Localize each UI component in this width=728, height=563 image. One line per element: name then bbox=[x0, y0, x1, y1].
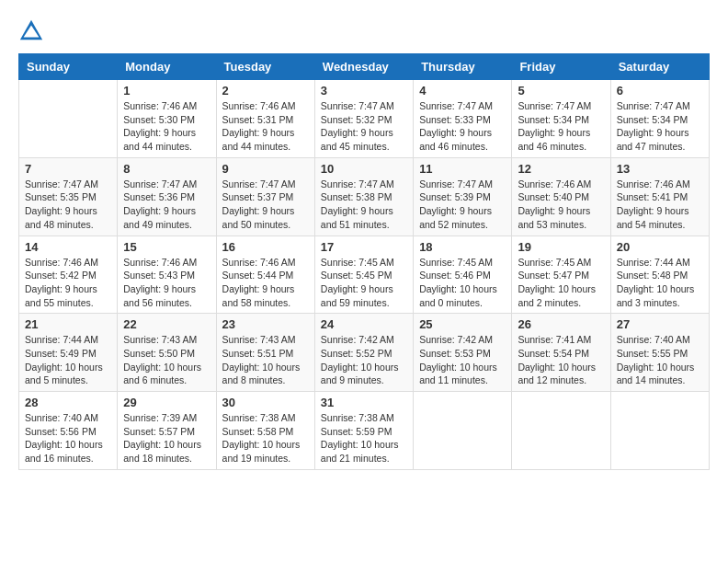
day-header-saturday: Saturday bbox=[610, 54, 709, 80]
day-number: 14 bbox=[25, 240, 111, 254]
calendar-cell: 30Sunrise: 7:38 AM Sunset: 5:58 PM Dayli… bbox=[216, 392, 314, 470]
day-number: 24 bbox=[321, 317, 407, 331]
day-info: Sunrise: 7:42 AM Sunset: 5:52 PM Dayligh… bbox=[321, 333, 407, 387]
calendar-cell: 15Sunrise: 7:46 AM Sunset: 5:43 PM Dayli… bbox=[118, 236, 216, 314]
calendar-cell: 31Sunrise: 7:38 AM Sunset: 5:59 PM Dayli… bbox=[314, 392, 413, 470]
day-info: Sunrise: 7:45 AM Sunset: 5:47 PM Dayligh… bbox=[518, 256, 604, 310]
calendar-cell: 8Sunrise: 7:47 AM Sunset: 5:36 PM Daylig… bbox=[118, 157, 216, 236]
day-info: Sunrise: 7:40 AM Sunset: 5:56 PM Dayligh… bbox=[25, 411, 111, 465]
day-number: 30 bbox=[222, 396, 309, 409]
day-number: 1 bbox=[123, 84, 210, 98]
calendar-cell: 26Sunrise: 7:41 AM Sunset: 5:54 PM Dayli… bbox=[512, 314, 610, 392]
calendar-cell: 13Sunrise: 7:46 AM Sunset: 5:41 PM Dayli… bbox=[610, 157, 709, 236]
day-number: 22 bbox=[123, 317, 210, 331]
day-info: Sunrise: 7:40 AM Sunset: 5:55 PM Dayligh… bbox=[617, 333, 703, 387]
day-number: 8 bbox=[123, 162, 210, 176]
day-info: Sunrise: 7:38 AM Sunset: 5:59 PM Dayligh… bbox=[321, 411, 407, 465]
day-info: Sunrise: 7:46 AM Sunset: 5:30 PM Dayligh… bbox=[123, 99, 210, 154]
day-number: 6 bbox=[617, 84, 703, 98]
day-number: 19 bbox=[518, 240, 604, 254]
day-info: Sunrise: 7:47 AM Sunset: 5:36 PM Dayligh… bbox=[123, 178, 210, 232]
day-info: Sunrise: 7:46 AM Sunset: 5:44 PM Dayligh… bbox=[222, 256, 309, 310]
calendar-cell: 5Sunrise: 7:47 AM Sunset: 5:34 PM Daylig… bbox=[512, 80, 610, 158]
day-number: 18 bbox=[419, 240, 506, 254]
calendar-cell: 21Sunrise: 7:44 AM Sunset: 5:49 PM Dayli… bbox=[19, 314, 118, 392]
day-info: Sunrise: 7:43 AM Sunset: 5:50 PM Dayligh… bbox=[123, 333, 210, 387]
day-header-tuesday: Tuesday bbox=[216, 54, 314, 80]
calendar-cell: 11Sunrise: 7:47 AM Sunset: 5:39 PM Dayli… bbox=[414, 157, 512, 236]
calendar-cell: 29Sunrise: 7:39 AM Sunset: 5:57 PM Dayli… bbox=[118, 392, 216, 470]
day-number: 5 bbox=[518, 84, 604, 98]
calendar-cell: 24Sunrise: 7:42 AM Sunset: 5:52 PM Dayli… bbox=[314, 314, 413, 392]
day-header-sunday: Sunday bbox=[19, 54, 118, 80]
day-info: Sunrise: 7:47 AM Sunset: 5:37 PM Dayligh… bbox=[222, 178, 309, 232]
day-header-friday: Friday bbox=[512, 54, 610, 80]
day-header-wednesday: Wednesday bbox=[314, 54, 413, 80]
day-number: 21 bbox=[25, 317, 111, 331]
calendar-cell: 7Sunrise: 7:47 AM Sunset: 5:35 PM Daylig… bbox=[19, 157, 118, 236]
day-info: Sunrise: 7:46 AM Sunset: 5:42 PM Dayligh… bbox=[25, 256, 111, 310]
day-info: Sunrise: 7:44 AM Sunset: 5:49 PM Dayligh… bbox=[25, 333, 111, 387]
day-info: Sunrise: 7:44 AM Sunset: 5:48 PM Dayligh… bbox=[617, 256, 703, 310]
day-info: Sunrise: 7:47 AM Sunset: 5:33 PM Dayligh… bbox=[419, 99, 506, 154]
calendar-week-row: 7Sunrise: 7:47 AM Sunset: 5:35 PM Daylig… bbox=[19, 157, 710, 236]
calendar-cell: 20Sunrise: 7:44 AM Sunset: 5:48 PM Dayli… bbox=[610, 236, 709, 314]
calendar-cell bbox=[19, 80, 118, 158]
calendar-cell bbox=[610, 392, 709, 470]
calendar-cell: 16Sunrise: 7:46 AM Sunset: 5:44 PM Dayli… bbox=[216, 236, 314, 314]
day-info: Sunrise: 7:46 AM Sunset: 5:43 PM Dayligh… bbox=[123, 256, 210, 310]
calendar-week-row: 1Sunrise: 7:46 AM Sunset: 5:30 PM Daylig… bbox=[19, 80, 710, 158]
day-info: Sunrise: 7:45 AM Sunset: 5:45 PM Dayligh… bbox=[321, 256, 407, 310]
day-info: Sunrise: 7:47 AM Sunset: 5:34 PM Dayligh… bbox=[518, 99, 604, 154]
calendar-table: SundayMondayTuesdayWednesdayThursdayFrid… bbox=[18, 53, 710, 470]
day-info: Sunrise: 7:43 AM Sunset: 5:51 PM Dayligh… bbox=[222, 333, 309, 387]
day-number: 27 bbox=[617, 317, 703, 331]
calendar-cell: 28Sunrise: 7:40 AM Sunset: 5:56 PM Dayli… bbox=[19, 392, 118, 470]
day-number: 7 bbox=[25, 162, 111, 176]
day-number: 20 bbox=[617, 240, 703, 254]
day-number: 25 bbox=[419, 317, 506, 331]
day-info: Sunrise: 7:38 AM Sunset: 5:58 PM Dayligh… bbox=[222, 411, 309, 465]
day-number: 31 bbox=[321, 396, 407, 409]
calendar-cell bbox=[512, 392, 610, 470]
calendar-cell: 19Sunrise: 7:45 AM Sunset: 5:47 PM Dayli… bbox=[512, 236, 610, 314]
day-number: 17 bbox=[321, 240, 407, 254]
calendar-week-row: 21Sunrise: 7:44 AM Sunset: 5:49 PM Dayli… bbox=[19, 314, 710, 392]
day-number: 12 bbox=[518, 162, 604, 176]
day-info: Sunrise: 7:47 AM Sunset: 5:34 PM Dayligh… bbox=[617, 99, 703, 154]
calendar-cell: 22Sunrise: 7:43 AM Sunset: 5:50 PM Dayli… bbox=[118, 314, 216, 392]
calendar-cell: 27Sunrise: 7:40 AM Sunset: 5:55 PM Dayli… bbox=[610, 314, 709, 392]
day-info: Sunrise: 7:42 AM Sunset: 5:53 PM Dayligh… bbox=[419, 333, 506, 387]
calendar-cell: 9Sunrise: 7:47 AM Sunset: 5:37 PM Daylig… bbox=[216, 157, 314, 236]
day-info: Sunrise: 7:46 AM Sunset: 5:40 PM Dayligh… bbox=[518, 178, 604, 232]
calendar-cell bbox=[414, 392, 512, 470]
calendar-cell: 2Sunrise: 7:46 AM Sunset: 5:31 PM Daylig… bbox=[216, 80, 314, 158]
calendar-cell: 17Sunrise: 7:45 AM Sunset: 5:45 PM Dayli… bbox=[314, 236, 413, 314]
calendar-cell: 25Sunrise: 7:42 AM Sunset: 5:53 PM Dayli… bbox=[414, 314, 512, 392]
calendar-cell: 4Sunrise: 7:47 AM Sunset: 5:33 PM Daylig… bbox=[414, 80, 512, 158]
day-info: Sunrise: 7:46 AM Sunset: 5:31 PM Dayligh… bbox=[222, 99, 309, 154]
day-number: 29 bbox=[123, 396, 210, 409]
day-info: Sunrise: 7:41 AM Sunset: 5:54 PM Dayligh… bbox=[518, 333, 604, 387]
day-info: Sunrise: 7:46 AM Sunset: 5:41 PM Dayligh… bbox=[617, 178, 703, 232]
day-header-monday: Monday bbox=[118, 54, 216, 80]
calendar-cell: 14Sunrise: 7:46 AM Sunset: 5:42 PM Dayli… bbox=[19, 236, 118, 314]
calendar-cell: 3Sunrise: 7:47 AM Sunset: 5:32 PM Daylig… bbox=[314, 80, 413, 158]
day-number: 28 bbox=[25, 396, 111, 409]
day-info: Sunrise: 7:47 AM Sunset: 5:32 PM Dayligh… bbox=[321, 99, 407, 154]
logo-icon bbox=[18, 18, 44, 44]
calendar-header-row: SundayMondayTuesdayWednesdayThursdayFrid… bbox=[19, 54, 710, 80]
day-info: Sunrise: 7:47 AM Sunset: 5:39 PM Dayligh… bbox=[419, 178, 506, 232]
day-number: 15 bbox=[123, 240, 210, 254]
day-header-thursday: Thursday bbox=[414, 54, 512, 80]
day-number: 26 bbox=[518, 317, 604, 331]
day-number: 3 bbox=[321, 84, 407, 98]
day-number: 11 bbox=[419, 162, 506, 176]
day-number: 23 bbox=[222, 317, 309, 331]
day-info: Sunrise: 7:45 AM Sunset: 5:46 PM Dayligh… bbox=[419, 256, 506, 310]
day-number: 16 bbox=[222, 240, 309, 254]
page-header bbox=[18, 18, 710, 44]
day-number: 9 bbox=[222, 162, 309, 176]
day-info: Sunrise: 7:47 AM Sunset: 5:35 PM Dayligh… bbox=[25, 178, 111, 232]
day-number: 2 bbox=[222, 84, 309, 98]
